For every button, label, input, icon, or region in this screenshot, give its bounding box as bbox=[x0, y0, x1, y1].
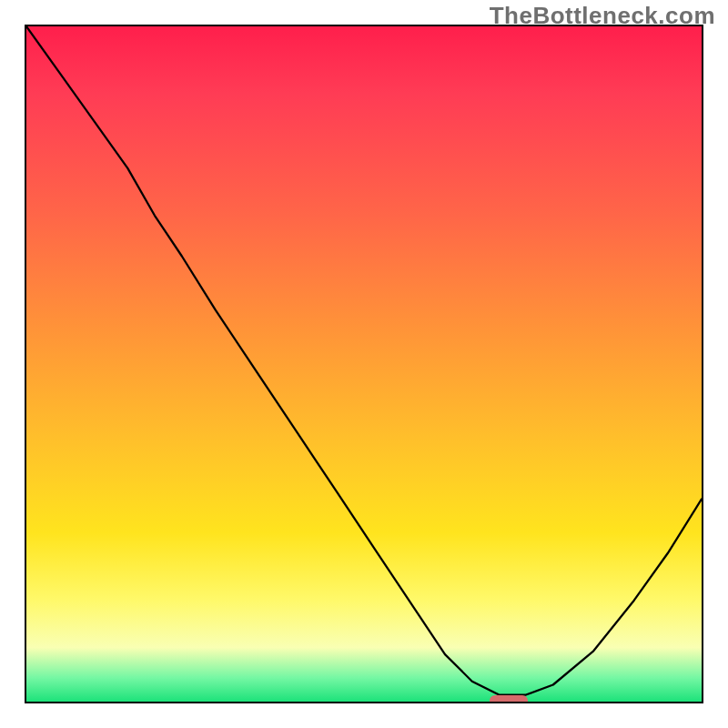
line-plot bbox=[26, 26, 702, 702]
curve-path bbox=[26, 26, 702, 695]
chart-container: TheBottleneck.com bbox=[0, 0, 728, 728]
plot-area bbox=[25, 25, 703, 703]
watermark-label: TheBottleneck.com bbox=[490, 2, 715, 30]
marker-pill bbox=[490, 695, 528, 703]
